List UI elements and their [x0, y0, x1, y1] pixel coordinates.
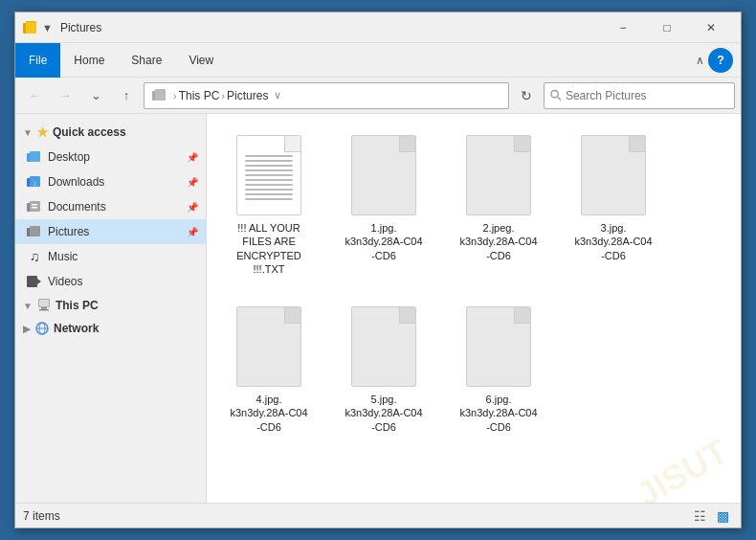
- svg-rect-21: [39, 300, 49, 306]
- list-item[interactable]: 4.jpg. k3n3dy.28A-C04 -CD6: [216, 295, 322, 443]
- sidebar-downloads-pin: 📌: [187, 177, 198, 188]
- file-icon-encrypted: [234, 133, 303, 217]
- image-icon-6: [466, 306, 531, 387]
- sidebar-item-desktop[interactable]: Desktop 📌: [15, 145, 206, 169]
- expand-ribbon-button[interactable]: ∧: [696, 54, 704, 67]
- downloads-folder-icon: ↓: [27, 174, 42, 190]
- file-label-5: 5.jpg. k3n3dy.28A-C04 -CD6: [345, 393, 422, 434]
- quick-access-star-icon: ★: [36, 124, 49, 140]
- network-icon: [34, 322, 50, 335]
- file-icon-1: [349, 133, 418, 217]
- doc-line-5: [245, 174, 293, 176]
- sidebar-music-label: Music: [48, 250, 198, 263]
- svg-rect-13: [30, 201, 40, 212]
- path-pictures[interactable]: Pictures: [227, 89, 268, 102]
- search-input[interactable]: [566, 89, 728, 102]
- title-bar: ▼ Pictures − □ ✕: [15, 12, 741, 43]
- file-icon-6: [464, 304, 533, 389]
- sidebar-videos-label: Videos: [48, 275, 198, 288]
- document-icon: [236, 135, 301, 215]
- window-controls: − □ ✕: [601, 12, 733, 43]
- path-separator-2: ›: [221, 90, 225, 101]
- forward-button[interactable]: →: [52, 82, 78, 109]
- titlebar-nav-arrow: ▼: [42, 22, 53, 34]
- main-area: ▼ ★ Quick access Desktop 📌: [15, 114, 741, 503]
- sidebar-downloads-label: Downloads: [48, 175, 181, 189]
- sidebar-item-downloads[interactable]: ↓ Downloads 📌: [15, 169, 206, 194]
- quick-access-label: Quick access: [53, 125, 126, 139]
- list-item[interactable]: 1.jpg. k3n3dy.28A-C04 -CD6: [331, 124, 436, 285]
- pictures-icon: [27, 225, 42, 238]
- status-bar: 7 items ☷ ▩: [15, 503, 741, 528]
- titlebar-folder-icon: [23, 20, 38, 35]
- file-label-4: 4.jpg. k3n3dy.28A-C04 -CD6: [230, 393, 307, 434]
- list-item[interactable]: 6.jpg. k3n3dy.28A-C04 -CD6: [446, 295, 551, 443]
- refresh-button[interactable]: ↻: [513, 82, 540, 109]
- doc-line-4: [245, 169, 293, 171]
- sidebar-pictures-pin: 📌: [187, 227, 198, 237]
- sidebar-item-documents[interactable]: Documents 📌: [15, 194, 206, 219]
- list-item[interactable]: !!! ALL YOUR FILES ARE ENCRYPTED !!!.TXT: [216, 124, 322, 285]
- search-box[interactable]: [544, 82, 735, 109]
- network-header[interactable]: ▶ Network: [15, 317, 206, 340]
- menu-tab-view[interactable]: View: [175, 43, 227, 78]
- path-separator-1: ›: [173, 90, 177, 101]
- image-icon-1: [351, 135, 416, 215]
- doc-line-1: [245, 155, 293, 157]
- music-icon: ♫: [30, 249, 40, 264]
- svg-rect-2: [26, 23, 36, 34]
- sidebar-pictures-label: Pictures: [48, 225, 181, 238]
- file-grid: !!! ALL YOUR FILES ARE ENCRYPTED !!!.TXT…: [216, 124, 731, 443]
- sidebar-item-videos[interactable]: Videos: [15, 269, 206, 294]
- this-pc-header[interactable]: ▼ This PC: [15, 294, 206, 317]
- address-path-box[interactable]: › This PC › Pictures ∨: [144, 82, 509, 109]
- large-icons-view-button[interactable]: ▩: [712, 506, 733, 527]
- svg-point-5: [551, 90, 558, 97]
- documents-icon: [27, 200, 42, 214]
- details-view-button[interactable]: ☷: [689, 506, 710, 527]
- path-this-pc[interactable]: This PC: [179, 89, 220, 102]
- menu-expand-group: ∧ ?: [688, 48, 741, 73]
- file-icon-5: [349, 304, 418, 389]
- document-lines: [245, 155, 293, 203]
- quick-access-header[interactable]: ▼ ★ Quick access: [15, 120, 206, 145]
- doc-line-3: [245, 165, 293, 167]
- back-button[interactable]: ←: [21, 82, 48, 109]
- sidebar-item-music[interactable]: ♫ Music: [15, 244, 206, 269]
- list-item[interactable]: 5.jpg. k3n3dy.28A-C04 -CD6: [331, 295, 436, 443]
- menu-tab-home[interactable]: Home: [60, 43, 118, 78]
- doc-line-9: [245, 193, 293, 195]
- help-button[interactable]: ?: [708, 48, 733, 73]
- up-button[interactable]: ↑: [113, 82, 140, 109]
- sidebar-desktop-pin: 📌: [187, 152, 198, 163]
- file-area: !!! ALL YOUR FILES ARE ENCRYPTED !!!.TXT…: [207, 114, 741, 503]
- view-controls: ☷ ▩: [689, 506, 733, 527]
- search-icon: [550, 89, 562, 101]
- svg-rect-14: [32, 204, 37, 206]
- desktop-folder-icon: [27, 149, 42, 165]
- doc-line-6: [245, 179, 293, 181]
- list-item[interactable]: 2.jpeg. k3n3dy.28A-C04 -CD6: [446, 124, 551, 285]
- list-item[interactable]: 3.jpg. k3n3dy.28A-C04 -CD6: [561, 124, 666, 285]
- address-folder-icon: [152, 88, 167, 103]
- menu-tab-share[interactable]: Share: [118, 43, 175, 78]
- svg-rect-18: [27, 276, 37, 287]
- minimize-button[interactable]: −: [601, 12, 645, 43]
- close-button[interactable]: ✕: [689, 12, 733, 43]
- this-pc-label: This PC: [56, 299, 99, 312]
- quick-access-arrow: ▼: [23, 127, 33, 138]
- svg-line-6: [558, 97, 561, 100]
- dropdown-recent-button[interactable]: ⌄: [82, 82, 109, 109]
- svg-rect-15: [32, 207, 37, 209]
- title-bar-icon-group: ▼: [23, 20, 53, 35]
- file-icon-4: [234, 304, 303, 389]
- file-icon-3: [579, 133, 648, 217]
- video-folder-icon: [27, 274, 42, 289]
- menu-tab-file[interactable]: File: [15, 43, 60, 78]
- svg-rect-22: [41, 307, 47, 309]
- svg-rect-8: [30, 151, 40, 162]
- maximize-button[interactable]: □: [645, 12, 689, 43]
- doc-line-8: [245, 189, 293, 191]
- sidebar-item-pictures[interactable]: Pictures 📌: [15, 219, 206, 244]
- image-icon-3: [581, 135, 646, 215]
